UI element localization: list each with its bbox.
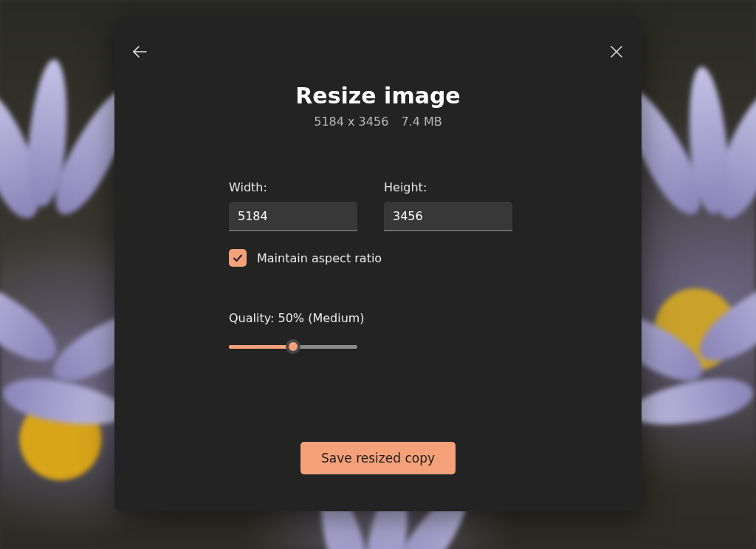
resize-dialog: Resize image 5184 x 3456 7.4 MB Width: H… [114,16,642,511]
current-dimensions: 5184 x 3456 [314,115,388,129]
arrow-left-icon [131,43,148,61]
height-input[interactable] [384,202,512,231]
back-button[interactable] [125,37,154,67]
width-label: Width: [229,180,357,194]
checkmark-icon [232,252,244,264]
quality-slider[interactable] [229,338,357,355]
close-icon [610,45,623,58]
aspect-ratio-checkbox[interactable] [229,249,247,267]
quality-label: Quality: 50% (Medium) [229,311,524,325]
current-filesize: 7.4 MB [401,115,441,129]
width-input[interactable] [229,202,357,231]
slider-fill [229,345,293,349]
slider-thumb[interactable] [286,339,300,354]
aspect-ratio-label: Maintain aspect ratio [257,251,382,265]
close-button[interactable] [602,37,631,67]
height-label: Height: [384,180,512,194]
dialog-title: Resize image [114,83,642,109]
save-resized-copy-button[interactable]: Save resized copy [300,442,456,474]
dialog-subtitle: 5184 x 3456 7.4 MB [114,115,642,129]
